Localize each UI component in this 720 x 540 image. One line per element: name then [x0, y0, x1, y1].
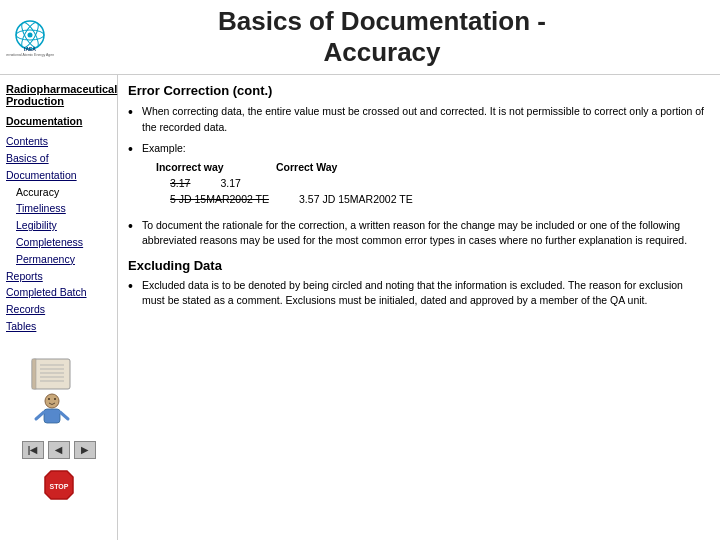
svg-line-19	[60, 412, 68, 419]
section2-title: Excluding Data	[128, 258, 706, 273]
sidebar-item-accuracy[interactable]: Accuracy	[16, 184, 111, 201]
main-layout: RadiopharmaceuticalProduction Documentat…	[0, 75, 720, 540]
sidebar-item-legibility[interactable]: Legibility	[16, 217, 111, 234]
documentation-illustration-icon	[24, 349, 94, 429]
bullet-dot-3: •	[128, 218, 136, 248]
svg-rect-17	[44, 409, 60, 423]
nav-back-button[interactable]: |◀	[22, 441, 44, 459]
example-val-row: 3.17 3.17	[156, 176, 706, 191]
sidebar-item-reports[interactable]: Reports	[6, 268, 111, 285]
sidebar-item-completeness[interactable]: Completeness	[16, 234, 111, 251]
sidebar-nav: Documentation Contents Basics of Documen…	[6, 113, 111, 334]
example-data-row: 5 JD 15MAR2002 TE 3.57 JD 15MAR2002 TE	[156, 192, 706, 207]
bullet-text-3: To document the rationale for the correc…	[142, 218, 706, 248]
sidebar-item-completed-batch[interactable]: Completed Batch	[6, 284, 111, 301]
stop-button-icon[interactable]: STOP	[41, 467, 77, 503]
page-title-area: Basics of Documentation - Accuracy	[54, 6, 710, 68]
bullet-text-4: Excluded data is to be denoted by being …	[142, 278, 706, 308]
svg-line-18	[36, 412, 44, 419]
bullet-text-2: Example: Incorrect way Correct Way 3.17 …	[142, 141, 706, 212]
sidebar-item-timeliness[interactable]: Timeliness	[16, 200, 111, 217]
bullet-item-3: • To document the rationale for the corr…	[128, 218, 706, 248]
svg-point-14	[45, 394, 59, 408]
example-data-correct: 3.57 JD 15MAR2002 TE	[299, 192, 413, 207]
nav-controls: |◀ ◀ ▶	[6, 441, 111, 459]
sidebar-item-tables[interactable]: Tables	[6, 318, 111, 335]
sidebar: RadiopharmaceuticalProduction Documentat…	[0, 75, 118, 540]
sidebar-section-label: Documentation	[6, 113, 111, 130]
svg-text:International Atomic Energy Ag: International Atomic Energy Agency	[6, 53, 54, 57]
header: IAEA International Atomic Energy Agency …	[0, 0, 720, 75]
example-correct-val: 3.17	[220, 176, 240, 191]
sidebar-item-permanency[interactable]: Permanency	[16, 251, 111, 268]
bullet-text-1: When correcting data, the entire value m…	[142, 104, 706, 134]
bullet-item-1: • When correcting data, the entire value…	[128, 104, 706, 134]
svg-point-16	[54, 398, 56, 400]
svg-point-4	[28, 33, 33, 38]
section1-title: Error Correction (cont.)	[128, 83, 706, 98]
example-data-incorrect: 5 JD 15MAR2002 TE	[170, 192, 269, 207]
bullet-section-2: • Excluded data is to be denoted by bein…	[128, 278, 706, 308]
svg-text:STOP: STOP	[49, 483, 68, 490]
example-incorrect-val: 3.17	[170, 176, 190, 191]
page-title: Basics of Documentation - Accuracy	[54, 6, 710, 68]
sidebar-subtitle: RadiopharmaceuticalProduction	[6, 83, 111, 107]
bullet-dot-4: •	[128, 278, 136, 308]
svg-rect-8	[32, 359, 36, 389]
bullet-item-4: • Excluded data is to be denoted by bein…	[128, 278, 706, 308]
logo-area: IAEA International Atomic Energy Agency	[6, 17, 54, 57]
example-correct-label: Correct Way	[276, 160, 366, 175]
sidebar-item-basics[interactable]: Basics of Documentation	[6, 150, 111, 184]
example-block: Incorrect way Correct Way 3.17 3.17 5 JD…	[156, 160, 706, 208]
bullet-dot-2: •	[128, 141, 136, 212]
sidebar-item-records[interactable]: Records	[6, 301, 111, 318]
sidebar-illustration	[6, 349, 111, 429]
content-area: Error Correction (cont.) • When correcti…	[118, 75, 720, 540]
bullet-section-1: • When correcting data, the entire value…	[128, 104, 706, 248]
bullet-item-2: • Example: Incorrect way Correct Way 3.1…	[128, 141, 706, 212]
stop-btn-area: STOP	[6, 467, 111, 503]
svg-rect-7	[32, 359, 70, 389]
svg-point-15	[48, 398, 50, 400]
nav-prev-button[interactable]: ◀	[48, 441, 70, 459]
sidebar-item-contents[interactable]: Contents	[6, 133, 111, 150]
svg-text:IAEA: IAEA	[24, 46, 36, 52]
nav-next-button[interactable]: ▶	[74, 441, 96, 459]
example-header-row: Incorrect way Correct Way	[156, 160, 706, 175]
example-incorrect-label: Incorrect way	[156, 160, 246, 175]
iaea-logo-icon: IAEA International Atomic Energy Agency	[6, 17, 54, 57]
bullet-dot-1: •	[128, 104, 136, 134]
